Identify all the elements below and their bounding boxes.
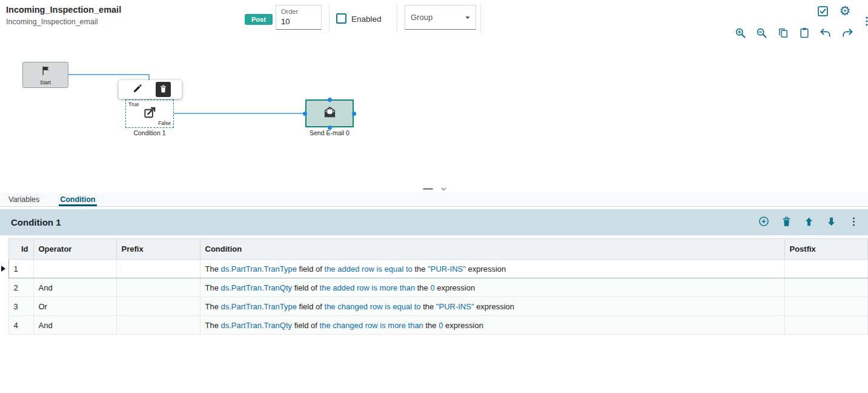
condition-text: The [205,283,221,292]
redo-button[interactable] [840,25,855,40]
cell-prefix [116,260,200,278]
current-row-triangle-icon [1,266,5,272]
enabled-label: Enabled [351,15,382,24]
table-row[interactable]: 3OrThe ds.PartTran.TranType field of the… [0,297,868,316]
condition-token-link[interactable]: is equal to [377,264,412,274]
column-header-prefix[interactable]: Prefix [116,239,200,260]
condition-token-link[interactable]: ds.PartTran.TranQty [221,283,293,292]
email-node-label: Send E-mail 0 [293,129,366,136]
order-field[interactable]: Order 10 [276,5,322,30]
cell-condition: The ds.PartTran.TranType field of the ad… [200,260,784,278]
condition-table: Id Operator Prefix Condition Postfix 1Th… [0,238,868,335]
column-header-operator[interactable]: Operator [33,239,116,260]
zoom-in-button[interactable] [733,25,747,40]
condition-text: expression [466,264,506,274]
condition-text: field of [292,283,320,292]
undo-button[interactable] [818,25,833,40]
delete-row-button[interactable] [780,217,792,229]
zoom-in-icon [734,27,746,39]
paste-button[interactable] [797,25,812,40]
condition-token-link[interactable]: is more than [380,321,423,330]
copy-button[interactable] [776,25,790,40]
cell-condition: The ds.PartTran.TranQty field of the add… [200,278,784,297]
copy-icon [777,27,789,39]
group-dropdown[interactable]: Group [405,5,476,30]
table-row[interactable]: 4AndThe ds.PartTran.TranQty field of the… [0,316,868,335]
send-email-node[interactable] [305,99,354,127]
section-actions [758,217,860,229]
enabled-checkbox[interactable] [336,13,346,24]
bpm-designer: Incoming_Inspection_email Incoming_Inspe… [0,0,868,393]
connection-handle-left[interactable] [303,112,307,116]
overflow-menu-button[interactable] [860,14,868,29]
condition-node-label: Condition 1 [113,129,186,136]
tab-strip: Variables Condition [0,193,868,207]
validate-button[interactable] [815,4,830,18]
condition-token-link[interactable]: ds.PartTran.TranQty [221,321,293,330]
connection-handle-right[interactable] [352,112,356,116]
delete-node-button[interactable] [156,82,171,97]
row-select-marker [0,278,8,297]
condition-token-link[interactable]: the changed row [325,302,383,311]
validate-icon [817,5,829,18]
post-badge: Post [245,14,273,25]
condition-token-link[interactable]: ds.PartTran.TranType [221,264,297,274]
condition-token-link[interactable]: the added row [325,264,374,274]
kebab-menu-icon [848,216,860,229]
workflow-canvas[interactable]: Start True False Condition 1 [0,40,868,193]
splitter-grip-icon [423,188,433,190]
redo-icon [841,27,853,39]
divider [329,4,330,32]
cell-prefix [116,278,200,297]
condition-token-link[interactable]: the changed row [320,321,378,330]
section-title: Condition 1 [11,217,61,227]
pencil-icon [132,84,142,96]
condition-token-link[interactable]: 0 [430,283,434,292]
paste-icon [798,27,810,39]
panel-splitter[interactable] [423,184,448,193]
add-row-button[interactable] [758,217,770,229]
page-title: Incoming_Inspection_email [6,5,121,15]
condition-token-link[interactable]: "PUR-INS" [436,302,474,311]
start-node[interactable]: Start [22,62,68,88]
cell-prefix [116,297,200,316]
column-header-postfix[interactable]: Postfix [784,239,868,260]
move-up-button[interactable] [803,217,815,229]
grid-overflow-menu-button[interactable] [847,217,860,229]
table-row[interactable]: 1The ds.PartTran.TranType field of the a… [0,260,868,278]
table-header-row: Id Operator Prefix Condition Postfix [0,239,868,260]
arrow-down-icon [826,216,837,229]
trash-icon [159,84,168,95]
cell-id: 1 [8,260,33,278]
condition-token-link[interactable]: is equal to [385,302,420,311]
cell-postfix [784,278,868,297]
condition-token-link[interactable]: the added row [320,283,369,292]
bottom-panel: Variables Condition Condition 1 [0,193,868,393]
condition-text: expression [435,283,475,292]
settings-button[interactable]: ⚙ [838,3,852,18]
cell-operator: And [33,278,116,297]
flag-icon [40,65,51,79]
condition-token-link[interactable]: ds.PartTran.TranType [221,302,297,311]
condition-text: expression [443,321,483,330]
tab-condition[interactable]: Condition [59,193,96,206]
tab-variables[interactable]: Variables [7,193,41,206]
chevron-down-icon [463,13,472,22]
order-value: 10 [281,17,321,26]
condition-token-link[interactable]: is more than [372,283,416,292]
move-down-button[interactable] [825,217,837,229]
condition-token-link[interactable]: "PUR-INS" [428,264,466,274]
row-select-marker [0,316,8,335]
page-subtitle: Incoming_Inspection_email [6,18,98,26]
node-toolbar [119,80,182,99]
table-row[interactable]: 2AndThe ds.PartTran.TranQty field of the… [0,278,868,297]
condition-node[interactable]: True False [125,99,174,128]
zoom-out-button[interactable] [754,25,769,40]
arrow-up-icon [803,216,815,229]
condition-table-body: 1The ds.PartTran.TranType field of the a… [0,260,868,335]
edit-node-button[interactable] [130,82,145,97]
cell-postfix [784,297,868,316]
connection-handle-top[interactable] [328,98,332,102]
column-header-condition[interactable]: Condition [200,239,784,260]
column-header-id[interactable]: Id [8,239,33,260]
